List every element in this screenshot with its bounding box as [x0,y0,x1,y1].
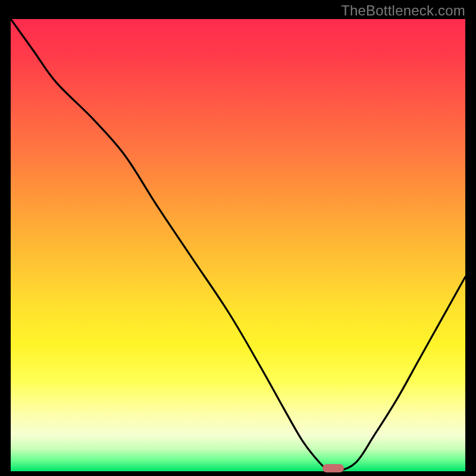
bottleneck-curve [11,19,465,471]
optimal-marker [322,464,344,472]
chart-frame: TheBottleneck.com [0,0,476,476]
curve-path [11,19,465,471]
watermark-text: TheBottleneck.com [341,2,465,19]
plot-area [11,19,465,471]
